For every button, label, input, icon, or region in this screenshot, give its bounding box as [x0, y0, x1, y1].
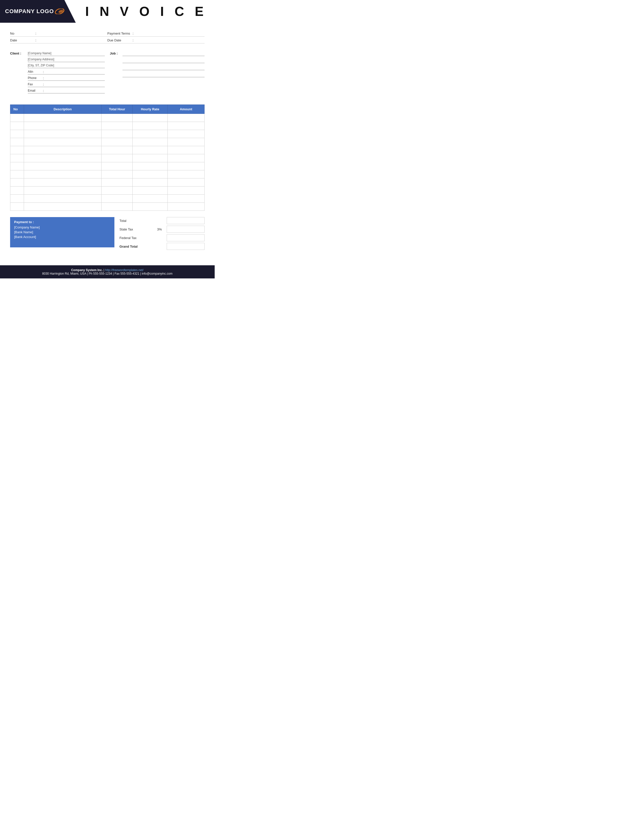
federal-tax-label: Federal Tax [119, 236, 157, 240]
invoice-title: I N V O I C E [85, 4, 207, 19]
due-date-field: Due Date : [107, 38, 204, 42]
grand-total-value [167, 243, 204, 250]
table-row [10, 146, 204, 154]
info-left-no: No : [10, 31, 107, 35]
info-left-date: Date : [10, 38, 107, 42]
col-description: Description [24, 105, 101, 114]
table-row [10, 114, 204, 122]
table-row [10, 122, 204, 130]
job-line1 [122, 51, 204, 56]
total-value [167, 217, 204, 224]
due-date-label: Due Date [107, 39, 133, 42]
col-hourly-rate: Hourly Rate [133, 105, 167, 114]
payment-company-name: [Company Name] [14, 225, 110, 229]
job-line2 [122, 59, 204, 63]
col-amount: Amount [167, 105, 204, 114]
client-phone: Phone : [28, 76, 105, 81]
date-colon: : [35, 39, 36, 42]
email-value [45, 88, 105, 93]
col-total-hour: Total Hour [101, 105, 133, 114]
phone-value [45, 76, 105, 80]
logo-section: COMPANY LOGO [0, 0, 76, 23]
client-fields: [Company Name] [Company Address] [City, … [28, 51, 105, 95]
payment-terms-colon: : [133, 32, 134, 35]
footer-company-name: Company System Inc. [71, 269, 103, 272]
fax-label: Fax [28, 82, 43, 86]
date-label: Date [10, 39, 35, 42]
job-label: Job : [110, 51, 122, 55]
col-no: No [10, 105, 24, 114]
fax-value [45, 82, 105, 86]
state-tax-row: State Tax 3% [119, 226, 204, 233]
table-row [10, 138, 204, 146]
payment-bank-account: [Bank Account] [14, 235, 110, 239]
federal-tax-value [167, 234, 204, 241]
date-field: Date : [10, 38, 107, 42]
bottom-footer: Company System Inc. | http://freewordtem… [0, 265, 215, 278]
info-row-no-payment: No : Payment Terms : [10, 30, 204, 37]
state-tax-label: State Tax [119, 227, 157, 231]
payment-terms-field: Payment Terms : [107, 31, 204, 35]
client-email: Email : [28, 88, 105, 93]
grand-total-row: Grand Total [119, 243, 204, 250]
phone-colon: : [43, 76, 44, 80]
footer-line2: 8030 Harrington Rd, Miami, USA | Ph 555-… [5, 272, 209, 275]
logo-icon [55, 9, 64, 14]
table-row [10, 162, 204, 170]
email-label: Email [28, 89, 43, 92]
client-label: Client : [10, 51, 28, 55]
totals-block: Total State Tax 3% Federal Tax Grand Tot… [119, 217, 204, 251]
no-colon: : [35, 32, 36, 35]
table-row [10, 203, 204, 211]
email-colon: : [43, 89, 44, 93]
client-job-section: Client : [Company Name] [Company Address… [0, 47, 215, 100]
footer-website[interactable]: http://freewordtemplates.net/ [105, 269, 143, 272]
footer-line1: Company System Inc. | http://freewordtem… [5, 269, 209, 272]
client-attn: Attn : [28, 70, 105, 74]
federal-tax-row: Federal Tax [119, 234, 204, 241]
date-value [39, 38, 107, 42]
no-field: No : [10, 31, 107, 35]
table-row [10, 195, 204, 203]
state-tax-percent: 3% [157, 227, 165, 231]
invoice-title-section: I N V O I C E [76, 0, 215, 23]
client-company-address: [Company Address] [28, 58, 105, 62]
payment-block: Payment to : [Company Name] [Bank Name] … [10, 217, 114, 248]
due-date-value [135, 38, 204, 42]
total-label: Total [119, 219, 157, 223]
job-block: Job : [110, 51, 204, 97]
due-date-colon: : [133, 39, 134, 42]
client-header: Client : [Company Name] [Company Address… [10, 51, 105, 95]
attn-colon: : [43, 70, 44, 74]
no-value [39, 31, 107, 35]
table-section: No Description Total Hour Hourly Rate Am… [0, 100, 215, 213]
payment-terms-value [135, 31, 204, 35]
payment-terms-label: Payment Terms [107, 32, 133, 35]
state-tax-value [167, 226, 204, 233]
grand-total-label: Grand Total [119, 244, 157, 248]
payment-bank-name: [Bank Name] [14, 230, 110, 234]
info-right-payment: Payment Terms : [107, 31, 204, 35]
attn-value [45, 70, 105, 74]
job-line3 [122, 66, 204, 70]
info-row-date-duedate: Date : Due Date : [10, 37, 204, 43]
job-header: Job : [110, 51, 204, 80]
invoice-table: No Description Total Hour Hourly Rate Am… [10, 105, 204, 211]
table-header-row: No Description Total Hour Hourly Rate Am… [10, 105, 204, 114]
client-company-name: [Company Name] [28, 51, 105, 56]
no-label: No [10, 32, 35, 35]
invoice-table-body [10, 114, 204, 211]
client-city-zip: [City, ST, ZIP Code] [28, 64, 105, 68]
table-row [10, 130, 204, 138]
footer-section: Payment to : [Company Name] [Bank Name] … [0, 213, 215, 255]
table-row [10, 178, 204, 187]
table-row [10, 170, 204, 178]
client-block: Client : [Company Name] [Company Address… [10, 51, 105, 97]
info-right-duedate: Due Date : [107, 38, 204, 42]
table-row [10, 154, 204, 162]
payment-title: Payment to : [14, 220, 110, 224]
job-line4 [122, 73, 204, 77]
total-row: Total [119, 217, 204, 224]
attn-label: Attn [28, 70, 43, 74]
header: COMPANY LOGO I N V O I C E [0, 0, 215, 23]
